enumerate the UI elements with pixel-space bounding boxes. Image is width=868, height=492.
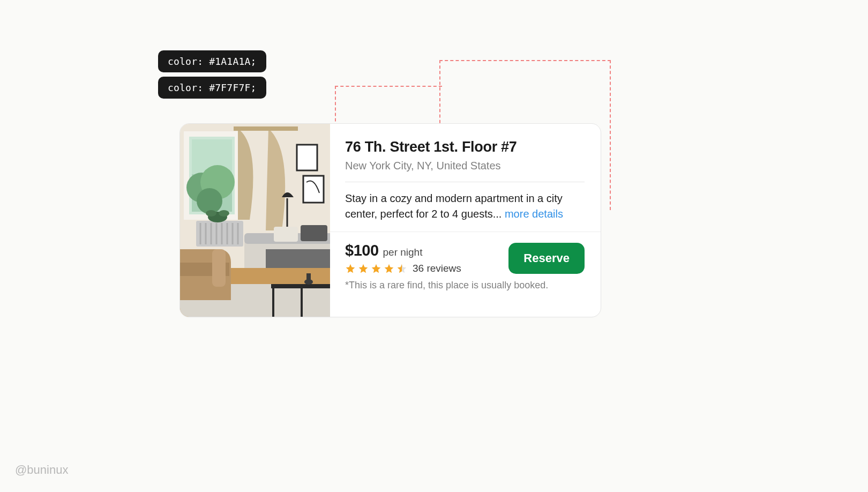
svg-rect-32 bbox=[212, 249, 226, 287]
divider bbox=[345, 182, 585, 182]
author-handle: @buninux bbox=[15, 463, 68, 477]
star-icon bbox=[358, 263, 369, 274]
price-line: $100 per night bbox=[345, 242, 461, 259]
listing-location: New York City, NY, United States bbox=[345, 160, 585, 172]
svg-point-20 bbox=[219, 210, 229, 217]
more-details-link[interactable]: more details bbox=[505, 208, 563, 220]
svg-rect-27 bbox=[274, 227, 298, 242]
listing-top-section: 76 Th. Street 1st. Floor #7 New York Cit… bbox=[330, 124, 601, 232]
rare-find-note: *This is a rare find, this place is usua… bbox=[345, 280, 585, 291]
rating-stars bbox=[345, 263, 407, 274]
svg-rect-36 bbox=[301, 288, 303, 317]
price-and-rating: $100 per night 36 reviews bbox=[345, 242, 461, 274]
reserve-button[interactable]: Reserve bbox=[508, 243, 585, 274]
listing-body: 76 Th. Street 1st. Floor #7 New York Cit… bbox=[330, 124, 601, 317]
price-value: $100 bbox=[345, 242, 379, 259]
star-icon bbox=[384, 263, 394, 274]
listing-description: Stay in a cozy and modern apartment in a… bbox=[345, 191, 585, 222]
price-unit: per night bbox=[383, 247, 423, 258]
listing-card: 76 Th. Street 1st. Floor #7 New York Cit… bbox=[179, 123, 601, 317]
svg-rect-34 bbox=[272, 288, 274, 317]
svg-point-19 bbox=[206, 210, 216, 217]
svg-rect-26 bbox=[301, 225, 327, 241]
svg-rect-21 bbox=[297, 145, 317, 170]
svg-rect-28 bbox=[266, 249, 330, 271]
reviews-count: 36 reviews bbox=[413, 263, 461, 274]
svg-rect-8 bbox=[234, 126, 298, 131]
svg-rect-38 bbox=[306, 273, 311, 282]
listing-bottom-section: $100 per night 36 reviews bbox=[330, 232, 601, 296]
price-row: $100 per night 36 reviews bbox=[345, 242, 585, 274]
svg-rect-33 bbox=[271, 284, 330, 288]
listing-photo bbox=[180, 124, 330, 317]
rating-line: 36 reviews bbox=[345, 263, 461, 274]
star-icon bbox=[345, 263, 356, 274]
svg-rect-22 bbox=[303, 176, 324, 203]
color-annotation-secondary: color: #7F7F7F; bbox=[158, 77, 266, 99]
star-half-icon bbox=[396, 263, 407, 274]
star-icon bbox=[371, 263, 381, 274]
svg-point-7 bbox=[197, 188, 222, 214]
listing-title: 76 Th. Street 1st. Floor #7 bbox=[345, 139, 585, 155]
svg-rect-9 bbox=[196, 221, 243, 247]
color-annotation-primary: color: #1A1A1A; bbox=[158, 50, 266, 72]
